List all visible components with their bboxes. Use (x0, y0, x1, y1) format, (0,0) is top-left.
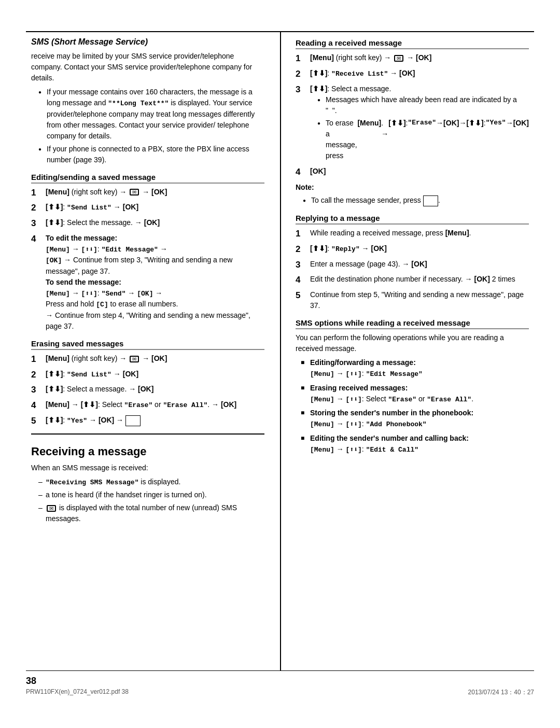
bullet-item-1: If your message contains over 160 charac… (38, 87, 264, 142)
edit-step-1: 1 [Menu] (right soft key) → ✉ → [OK] (31, 187, 264, 199)
right-column: Reading a received message 1 [Menu] (rig… (290, 31, 534, 458)
bottom-border (26, 670, 534, 671)
reading-steps: 1 [Menu] (right soft key) → ✉ → [OK] 2 [… (296, 52, 529, 178)
read-bullet-2: To erase a message, press [Menu]. → [⬆⬇]… (317, 118, 529, 161)
sms-icon-4: ✉ (394, 55, 403, 62)
erase-step-1: 1 [Menu] (right soft key) → ✉ → [OK] (31, 353, 264, 366)
soft-key-bracket (125, 415, 141, 426)
intro-bullet-list: If your message contains over 160 charac… (31, 87, 264, 165)
read-step-3-bullets: Messages which have already been read ar… (310, 94, 529, 161)
read-step-1: 1 [Menu] (right soft key) → ✉ → [OK] (296, 52, 529, 65)
read-bullet-1: Messages which have already been read ar… (317, 94, 529, 116)
sms-options-heading: SMS options while reading a received mes… (296, 318, 529, 329)
editing-steps: 1 [Menu] (right soft key) → ✉ → [OK] 2 [… (31, 187, 264, 332)
reply-step-4: 4 Edit the destination phone number if n… (296, 274, 529, 286)
replying-steps: 1 While reading a received message, pres… (296, 228, 529, 311)
read-step-3: 3 [⬆⬇]: Select a message. Messages which… (296, 83, 529, 163)
read-step-2: 2 [⬆⬇]: "Receive List" → [OK] (296, 68, 529, 80)
reading-heading: Reading a received message (296, 38, 529, 49)
erasing-steps: 1 [Menu] (right soft key) → ✉ → [OK] 2 [… (31, 353, 264, 427)
reply-step-2: 2 [⬆⬇]: "Reply" → [OK] (296, 243, 529, 256)
reply-step-3: 3 Enter a message (page 43). → [OK] (296, 259, 529, 271)
page-number: 38 (26, 676, 36, 687)
receiving-intro: When an SMS message is received: (31, 463, 264, 473)
sms-options-intro: You can perform the following operations… (296, 332, 529, 354)
erase-step-4: 4 [Menu] → [⬆⬇]: Select "Erase" or "Eras… (31, 399, 264, 412)
edit-step-2: 2 [⬆⬇]: "Send List" → [OK] (31, 202, 264, 214)
sms-icon-1: ✉ (130, 189, 139, 195)
dash-item-2: a tone is heard (if the handset ringer i… (38, 489, 264, 500)
left-column: SMS (Short Message Service) receive may … (26, 31, 270, 527)
read-step-4: 4 [OK] (296, 166, 529, 178)
section-separator (31, 433, 264, 435)
page: SMS (Short Message Service) receive may … (0, 0, 560, 728)
footer-left: PRW110FX(en)_0724_ver012.pdf 38 (26, 688, 129, 697)
note-list: To call the message sender, press . (296, 195, 529, 206)
receiving-dash-list: "Receiving SMS Message" is displayed. a … (31, 477, 264, 525)
bullet-item-2: If your phone is connected to a PBX, sto… (38, 144, 264, 165)
sms-icon-3: ✉ (47, 505, 56, 512)
sms-section-title: SMS (Short Message Service) (31, 37, 264, 47)
dash-item-1: "Receiving SMS Message" is displayed. (38, 477, 264, 488)
receiving-heading: Receiving a message (31, 445, 264, 458)
editing-heading: Editing/sending a saved message (31, 173, 264, 184)
erasing-heading: Erasing saved messages (31, 339, 264, 350)
sms-option-2: Erasing received messages: [Menu] → [⬆⬇]… (301, 383, 529, 405)
note-item-1: To call the message sender, press . (303, 195, 529, 206)
footer-right: 2013/07/24 13：40：27 (468, 688, 534, 697)
erase-step-3: 3 [⬆⬇]: Select a message. → [OK] (31, 384, 264, 396)
erase-step-2: 2 [⬆⬇]: "Send List" → [OK] (31, 369, 264, 381)
erase-step-5: 5 [⬆⬇]: "Yes" → [OK] → (31, 415, 264, 427)
sms-option-1: Editing/forwarding a message: [Menu] → [… (301, 357, 529, 380)
footer: PRW110FX(en)_0724_ver012.pdf 38 2013/07/… (26, 688, 534, 697)
vertical-divider (280, 31, 281, 671)
edit-step-3: 3 [⬆⬇]: Select the message. → [OK] (31, 217, 264, 230)
sms-options-list: Editing/forwarding a message: [Menu] → [… (296, 357, 529, 455)
sms-option-3: Storing the sender's number in the phone… (301, 408, 529, 430)
reply-step-5: 5 Continue from step 5, "Writing and sen… (296, 289, 529, 311)
intro-paragraph: receive may be limited by your SMS servi… (31, 51, 264, 83)
note-label: Note: (296, 182, 529, 193)
dash-item-3: ✉ is displayed with the total number of … (38, 502, 264, 524)
sms-option-4: Editing the sender's number and calling … (301, 433, 529, 455)
replying-heading: Replying to a message (296, 214, 529, 225)
reply-step-1: 1 While reading a received message, pres… (296, 228, 529, 240)
edit-step-4: 4 To edit the message: [Menu] → [⬆⬇]: "E… (31, 233, 264, 332)
sms-icon-2: ✉ (130, 356, 139, 362)
soft-key-bracket-2 (423, 195, 438, 206)
